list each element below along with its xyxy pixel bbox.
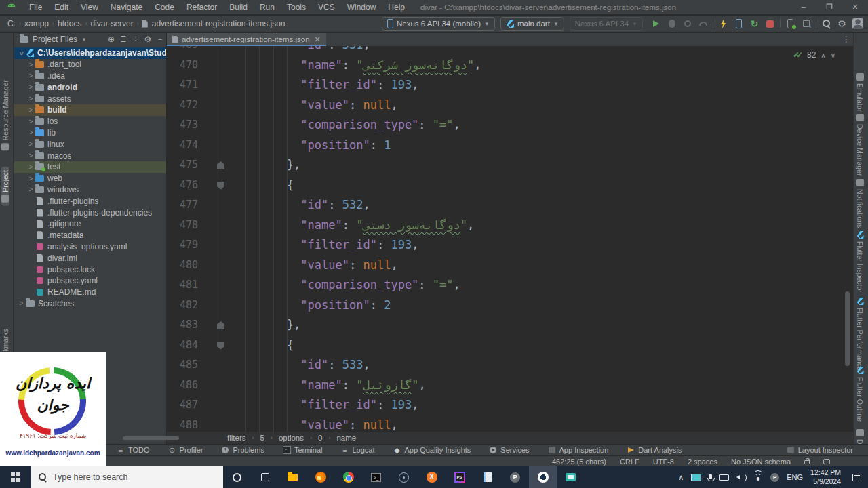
tree-item--metadata[interactable]: .metadata [14,230,166,241]
chevron-right-icon[interactable]: > [26,140,35,148]
volume-icon[interactable] [736,474,746,481]
expand-all-icon[interactable]: Ξ [117,35,130,44]
close-button[interactable]: ✕ [842,0,868,15]
code-line[interactable]: 471 "filter_id": 193, [167,75,853,96]
previous-problem-icon[interactable]: ∧ [821,52,825,59]
breadcrumb-item[interactable]: C: [5,19,18,28]
profile-button[interactable] [679,17,695,30]
code-line[interactable]: 484 { [167,336,853,356]
code-line[interactable]: 478 "name": "دوگانه‌سوز دستی", [167,216,853,236]
chevron-right-icon[interactable]: > [26,106,35,114]
tool-window-terminal[interactable]: >_Terminal [283,446,323,454]
fold-marker-icon[interactable] [217,342,224,350]
proxifier-tray-icon[interactable]: P [770,473,779,482]
fold-marker-icon[interactable] [217,182,224,190]
inspections-widget[interactable]: ✓✓ 82 ∧ ∨ [793,50,835,60]
menu-file[interactable]: File [23,3,48,12]
code-line[interactable]: 483 }, [167,315,853,336]
tree-item-lib[interactable]: >lib [14,127,166,139]
more-options-icon[interactable]: ⋮ [842,35,850,44]
tree-item-test[interactable]: >test [14,161,166,173]
editor-breadcrumb-item[interactable]: 0 [316,434,324,442]
tree-item-pubspec-lock[interactable]: pubspec.lock [14,264,166,275]
code-line[interactable]: 476 { [167,176,853,196]
taskbar-app-cortana[interactable] [223,466,251,488]
tree-item-android[interactable]: >android [14,81,166,93]
menu-tools[interactable]: Tools [281,3,312,12]
status-item[interactable]: No JSON schema [731,458,791,466]
code-line[interactable]: 480 "value": null, [167,256,853,276]
sdk-manager-button[interactable]: ↓ [798,17,814,30]
tree-item--dart-tool[interactable]: >.dart_tool [14,59,166,70]
tree-item-scratches[interactable]: >Scratches [14,298,166,310]
chevron-up-icon[interactable]: ∧ [678,473,684,482]
tool-window-button-emulator[interactable]: Emulator [856,73,864,112]
tree-item-ios[interactable]: >ios [14,116,166,127]
breadcrumb-item[interactable]: xampp [22,19,51,28]
locate-icon[interactable]: ⊕ [105,35,117,44]
tree-item-web[interactable]: >web [14,173,166,184]
breadcrumb-item[interactable]: htdocs [56,19,83,28]
tool-window-layout-inspector[interactable]: Layout Inspector [787,446,853,454]
menu-run[interactable]: Run [254,3,281,12]
tool-window-button-flutter-performance[interactable]: Flutter Performance [856,298,864,371]
tool-window-profiler[interactable]: ⊙Profiler [168,446,203,454]
tree-item-linux[interactable]: >linux [14,138,166,150]
editor-breadcrumb-item[interactable]: 5 [258,434,266,442]
chevron-right-icon[interactable]: > [17,300,26,308]
tree-item-build[interactable]: >build [14,104,166,116]
tree-item-assets[interactable]: >assets [14,93,166,104]
menu-vcs[interactable]: VCS [312,3,341,12]
chevron-right-icon[interactable]: > [26,163,35,171]
unlock-icon[interactable] [804,460,810,464]
taskbar-app-proxifier[interactable]: P [501,466,529,488]
tool-window-dart-analysis[interactable]: Dart Analysis [627,446,682,454]
chevron-down-icon[interactable]: > [18,49,25,58]
editor-breadcrumb-item[interactable]: name [334,434,358,442]
device-manager-button[interactable] [783,17,798,30]
tool-window-button-device-manager[interactable]: Device Manager [856,114,864,176]
tool-window-todo[interactable]: ≡TODO [117,446,150,454]
code-line[interactable]: 481 "comparison_type": "=", [167,275,853,296]
tool-window-button-resource-manager[interactable]: Resource Manager [1,80,9,150]
taskbar-clock[interactable]: 12:42 PM 5/9/2024 [810,468,841,486]
tool-window-button-flutter-inspector[interactable]: Flutter Inspector [856,231,864,293]
chevron-right-icon[interactable]: > [26,60,35,68]
tree-item-readme-md[interactable]: README.md [14,287,166,298]
run-button[interactable] [648,17,664,30]
secondary-device-selector[interactable]: Nexus 6 API 34▼ [570,17,643,30]
status-item[interactable]: UTF-8 [653,458,674,466]
chevron-right-icon[interactable]: > [26,95,35,103]
run-configuration-selector[interactable]: main.dart▼ [500,17,564,30]
horizontal-scrollbar[interactable] [123,436,179,440]
chevron-right-icon[interactable]: > [26,72,35,80]
tool-window-problems[interactable]: !Problems [221,446,264,454]
code-line[interactable]: 482 "position": 2 [167,296,853,316]
device-selector[interactable]: Nexus 6 API 34 (mobile)▼ [382,17,495,30]
editor-breadcrumb-item[interactable]: options [277,434,306,442]
tree-item-pubspec-yaml[interactable]: pubspec.yaml [14,275,166,287]
taskbar-app-chrome[interactable] [334,466,362,488]
tool-window-logcat[interactable]: ≡Logcat [340,446,374,454]
code-line[interactable]: 472 "value": null, [167,96,853,116]
tree-item-windows[interactable]: >windows [14,184,166,196]
code-line[interactable]: 477 "id": 532, [167,195,853,216]
chevron-right-icon[interactable]: > [26,186,35,194]
code-line[interactable]: 469 "id": 531, [167,46,853,56]
chevron-right-icon[interactable]: > [26,117,35,125]
tree-item--flutter-plugins[interactable]: .flutter-plugins [14,195,166,207]
code-line[interactable]: 475 }, [167,155,853,176]
settings-icon[interactable]: ⚙ [142,35,154,44]
code-line[interactable]: 479 "filter_id": 193, [167,235,853,256]
code-line[interactable]: 488 "value": null, [167,415,853,432]
code-line[interactable]: 487 "filter_id": 193, [167,395,853,415]
taskbar-app-file-explorer[interactable] [279,466,307,488]
status-item[interactable]: CRLF [620,458,639,466]
collapse-all-icon[interactable]: ÷ [130,35,142,44]
close-icon[interactable]: ✕ [315,35,321,44]
chevron-right-icon[interactable]: > [26,174,35,182]
taskbar-app-xampp[interactable]: X [418,466,446,488]
editor-breadcrumb-item[interactable]: filters [225,434,248,442]
chevron-right-icon[interactable]: > [26,152,35,160]
chevron-down-icon[interactable]: ▼ [81,37,87,43]
